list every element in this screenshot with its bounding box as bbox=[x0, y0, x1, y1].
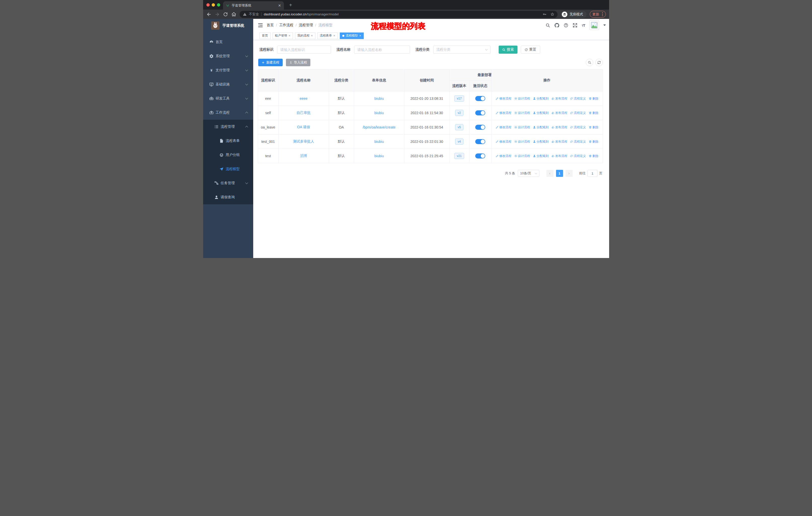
user-avatar[interactable] bbox=[589, 20, 599, 30]
next-page-button[interactable]: › bbox=[566, 170, 573, 177]
sidebar-collapse-icon[interactable] bbox=[258, 23, 263, 28]
close-window-button[interactable] bbox=[206, 3, 210, 6]
sidebar-item-home[interactable]: 首页 bbox=[203, 35, 253, 49]
process-name-link[interactable]: OA 请假 bbox=[297, 125, 310, 129]
home-icon[interactable] bbox=[231, 12, 236, 17]
reload-icon[interactable] bbox=[223, 12, 228, 17]
assign-rule-link[interactable]: 分配规则 bbox=[533, 140, 549, 144]
security-label[interactable]: 不安全 bbox=[249, 12, 259, 17]
breadcrumb-item[interactable]: 首页 bbox=[267, 23, 274, 27]
sidebar-item-system[interactable]: 系统管理 bbox=[203, 49, 253, 63]
assign-rule-link[interactable]: 分配规则 bbox=[533, 97, 549, 101]
back-icon[interactable] bbox=[206, 12, 211, 17]
bookmark-star-icon[interactable] bbox=[550, 12, 554, 16]
publish-link[interactable]: 发布流程 bbox=[551, 154, 567, 158]
modify-link[interactable]: 修改流程 bbox=[496, 125, 512, 130]
sidebar-item-dev-tools[interactable]: 研发工具 bbox=[203, 91, 253, 106]
goto-page-input[interactable] bbox=[587, 170, 598, 177]
assign-rule-link[interactable]: 分配规则 bbox=[533, 154, 549, 158]
tag-my-process[interactable]: 我的流程× bbox=[295, 32, 315, 39]
form-info-link[interactable]: biubiu bbox=[374, 140, 384, 144]
reset-button[interactable]: 重置 bbox=[521, 46, 540, 54]
breadcrumb-item[interactable]: 工作流程 bbox=[279, 23, 293, 27]
definition-link[interactable]: 流程定义 bbox=[570, 140, 586, 144]
process-key-input[interactable] bbox=[277, 46, 331, 54]
tag-process-form[interactable]: 流程表单× bbox=[317, 32, 338, 39]
fullscreen-icon[interactable] bbox=[573, 23, 577, 28]
sidebar-item-task-manage[interactable]: 任务管理 bbox=[203, 176, 253, 190]
sidebar-item-infrastructure[interactable]: 基础设施 bbox=[203, 77, 253, 91]
design-link[interactable]: 设计流程 bbox=[514, 97, 530, 101]
forward-icon[interactable] bbox=[215, 12, 220, 17]
process-name-link[interactable]: 测试多审批人 bbox=[293, 139, 314, 143]
design-link[interactable]: 设计流程 bbox=[514, 125, 530, 130]
sidebar-item-workflow[interactable]: 工作流程 bbox=[203, 106, 253, 120]
sidebar-item-process-model[interactable]: 流程模型 bbox=[203, 162, 253, 176]
not-secure-warning-icon[interactable] bbox=[243, 12, 247, 16]
refresh-button[interactable] bbox=[595, 59, 603, 66]
tag-tenant[interactable]: 租户管理× bbox=[272, 32, 293, 39]
current-page-button[interactable]: 1 bbox=[556, 170, 563, 177]
key-icon[interactable] bbox=[543, 12, 547, 16]
publish-link[interactable]: 发布流程 bbox=[551, 97, 567, 101]
tag-home[interactable]: 首页 bbox=[260, 32, 270, 39]
process-name-link[interactable]: 滔博 bbox=[300, 154, 307, 158]
import-process-button[interactable]: 导入流程 bbox=[286, 59, 310, 66]
delete-link[interactable]: 删除 bbox=[589, 97, 599, 101]
form-info-link[interactable]: biubiu bbox=[374, 111, 384, 115]
modify-link[interactable]: 修改流程 bbox=[496, 97, 512, 101]
delete-link[interactable]: 删除 bbox=[589, 125, 599, 130]
browser-tab[interactable]: 芋道管理系统 ✕ bbox=[223, 1, 284, 9]
address-bar[interactable]: 不安全 dashboard.yudao.iocoder.cn/bpm/manag… bbox=[240, 11, 557, 18]
delete-link[interactable]: 删除 bbox=[589, 111, 599, 115]
font-size-icon[interactable]: TT bbox=[582, 23, 585, 27]
tag-process-model[interactable]: 流程模型× bbox=[340, 32, 364, 39]
sidebar-item-leave-query[interactable]: 请假查询 bbox=[203, 190, 253, 204]
design-link[interactable]: 设计流程 bbox=[514, 154, 530, 158]
design-link[interactable]: 设计流程 bbox=[514, 140, 530, 144]
design-link[interactable]: 设计流程 bbox=[514, 111, 530, 115]
page-size-select[interactable]: 10条/页 bbox=[518, 170, 540, 177]
tag-close-icon[interactable]: × bbox=[334, 34, 335, 37]
search-button[interactable]: 搜索 bbox=[499, 46, 518, 54]
browser-update-button[interactable]: 更新 bbox=[590, 11, 606, 18]
form-info-link[interactable]: biubiu bbox=[374, 154, 384, 158]
url-text[interactable]: dashboard.yudao.iocoder.cn/bpm/manager/m… bbox=[264, 12, 339, 16]
active-toggle[interactable] bbox=[475, 154, 485, 159]
process-name-input[interactable] bbox=[354, 46, 410, 54]
assign-rule-link[interactable]: 分配规则 bbox=[533, 111, 549, 115]
publish-link[interactable]: 发布流程 bbox=[551, 111, 567, 115]
browser-menu-icon[interactable] bbox=[602, 12, 603, 17]
sidebar-item-user-group[interactable]: 用户分组 bbox=[203, 148, 253, 162]
delete-link[interactable]: 删除 bbox=[589, 154, 599, 158]
active-toggle[interactable] bbox=[475, 139, 485, 144]
logo-row[interactable]: 芋道管理系统 bbox=[203, 19, 253, 32]
definition-link[interactable]: 流程定义 bbox=[570, 154, 586, 158]
sidebar-item-process-manage[interactable]: 流程管理 bbox=[203, 120, 253, 134]
publish-link[interactable]: 发布流程 bbox=[551, 125, 567, 130]
zoom-window-button[interactable] bbox=[217, 3, 220, 6]
modify-link[interactable]: 修改流程 bbox=[496, 154, 512, 158]
active-toggle[interactable] bbox=[475, 96, 485, 101]
sidebar-item-process-form[interactable]: 流程表单 bbox=[203, 134, 253, 148]
tag-close-icon[interactable]: × bbox=[311, 34, 313, 37]
prev-page-button[interactable]: ‹ bbox=[547, 170, 553, 177]
process-name-link[interactable]: eeee bbox=[299, 97, 307, 101]
definition-link[interactable]: 流程定义 bbox=[570, 97, 586, 101]
active-toggle[interactable] bbox=[475, 110, 485, 115]
sidebar-item-payment[interactable]: ¥支付管理 bbox=[203, 63, 253, 77]
avatar-caret-icon[interactable] bbox=[603, 24, 606, 26]
definition-link[interactable]: 流程定义 bbox=[570, 111, 586, 115]
minimize-window-button[interactable] bbox=[212, 3, 215, 6]
definition-link[interactable]: 流程定义 bbox=[570, 125, 586, 130]
modify-link[interactable]: 修改流程 bbox=[496, 111, 512, 115]
breadcrumb-item[interactable]: 流程管理 bbox=[299, 23, 313, 27]
help-icon[interactable] bbox=[563, 23, 568, 28]
create-process-button[interactable]: 新建流程 bbox=[258, 59, 283, 66]
tag-close-icon[interactable]: × bbox=[289, 34, 290, 37]
new-tab-button[interactable]: + bbox=[288, 2, 294, 8]
publish-link[interactable]: 发布流程 bbox=[551, 140, 567, 144]
tag-close-icon[interactable]: × bbox=[359, 34, 361, 37]
toggle-search-button[interactable] bbox=[586, 59, 593, 66]
form-info-link[interactable]: biubiu bbox=[374, 97, 384, 101]
